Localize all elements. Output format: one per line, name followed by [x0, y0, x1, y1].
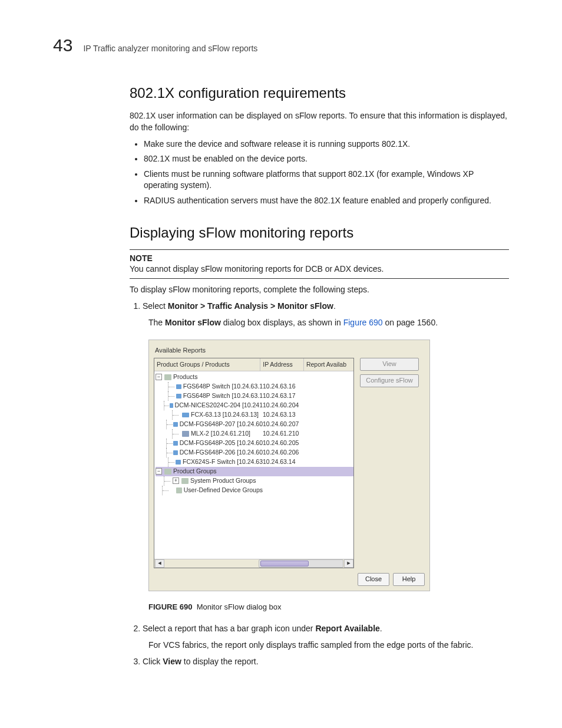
scroll-track[interactable] — [259, 559, 343, 568]
device-icon — [173, 440, 178, 446]
tree: −Products FGS648P Switch [10.24.63.110.2… — [154, 371, 353, 495]
product-ip: 10.24.63.14 — [263, 457, 306, 466]
device-icon — [176, 393, 181, 399]
tree-row-product[interactable]: FCX624S-F Switch [10.24.6310.24.63.14 — [156, 457, 353, 467]
product-name: FCX624S-F Switch [10.24.63 — [183, 457, 263, 466]
step1-body-prefix: The — [148, 318, 165, 327]
step3-button-name: View — [163, 657, 181, 666]
configure-sflow-button[interactable]: Configure sFlow — [360, 374, 419, 387]
product-ip: 10.24.60.204 — [263, 401, 306, 410]
product-ip: 10.24.60.207 — [263, 420, 306, 429]
product-name: DCM-NICES2024C-204 [10.241 — [175, 401, 263, 410]
device-icon — [173, 450, 178, 456]
group-name: User-Defined Device Groups — [184, 486, 263, 495]
step1-body-suffix: on page 1560. — [383, 318, 438, 327]
folder-icon — [164, 374, 171, 380]
figure-link[interactable]: Figure 690 — [343, 318, 383, 327]
device-icon — [170, 403, 173, 409]
tree-row-product[interactable]: DCM-FGS648P-207 [10.24.6010.24.60.207 — [156, 420, 353, 429]
product-name: FGS648P Switch [10.24.63.1 — [183, 382, 263, 391]
page-header: 43 IP Traffic analyzer monitoring and sF… — [53, 35, 509, 55]
product-name: MLX-2 [10.24.61.210] — [191, 429, 250, 438]
product-ip: 10.24.61.210 — [263, 429, 306, 438]
figure-title: Monitor sFlow dialog box — [197, 602, 282, 611]
list-item: 802.1X must be enabled on the device por… — [144, 153, 509, 165]
product-ip: 10.24.63.17 — [263, 391, 306, 400]
step1-body-mid: dialog box displays, as shown in — [221, 318, 343, 327]
tree-row-product[interactable]: MLX-2 [10.24.61.210]10.24.61.210 — [156, 429, 353, 439]
product-ip: 10.24.60.205 — [263, 439, 306, 447]
horizontal-scrollbar[interactable]: ◄ ► — [154, 559, 353, 568]
section1-intro: 802.1X user information can be displayed… — [130, 110, 509, 134]
tree-row-product[interactable]: DCM-FGS648P-205 [10.24.6010.24.60.205 — [156, 439, 353, 448]
step1-text-prefix: Select — [143, 301, 168, 311]
product-ip: 10.24.63.13 — [263, 410, 306, 419]
tree-node-product-groups[interactable]: −Product Groups — [156, 467, 353, 476]
step2-column-name: Report Available — [315, 624, 379, 633]
tree-label: Products — [173, 373, 197, 381]
tree-node-products[interactable]: −Products — [156, 373, 353, 382]
available-reports-label: Available Reports — [155, 346, 425, 355]
step-1: Select Monitor > Traffic Analysis > Moni… — [143, 300, 509, 612]
scroll-left-icon[interactable]: ◄ — [155, 559, 164, 568]
step2-prefix: Select a report that has a bar graph ico… — [143, 624, 315, 633]
list-item: RADIUS authentication servers must have … — [144, 195, 509, 207]
step2-body: For VCS fabrics, the report only display… — [148, 639, 509, 651]
step-3: Click View to display the report. — [143, 655, 509, 667]
scroll-thumb[interactable] — [260, 561, 309, 566]
help-button[interactable]: Help — [393, 573, 425, 586]
folder-icon — [181, 478, 189, 484]
folder-icon — [176, 487, 181, 493]
section-802-1x-heading: 802.1X configuration requirements — [130, 85, 509, 101]
product-name: DCM-FGS648P-205 [10.24.60 — [180, 439, 263, 447]
note-label: NOTE — [130, 249, 509, 263]
step-2: Select a report that has a bar graph ico… — [143, 622, 509, 651]
side-buttons: View Configure sFlow — [360, 358, 419, 568]
device-icon — [176, 459, 181, 465]
device-icon — [176, 384, 181, 390]
tree-row-product[interactable]: FCX-63.13 [10.24.63.13]10.24.63.13 — [156, 410, 353, 420]
figure-number: FIGURE 690 — [148, 602, 192, 611]
product-ip: 10.24.63.16 — [263, 382, 306, 391]
step1-body: The Monitor sFlow dialog box displays, a… — [148, 317, 509, 328]
page-header-title: IP Traffic analyzer monitoring and sFlow… — [83, 44, 257, 53]
group-name: System Product Groups — [190, 476, 256, 485]
tree-row-group[interactable]: +System Product Groups — [156, 476, 353, 486]
page-number: 43 — [53, 35, 72, 55]
dialog-screenshot: Available Reports Product Groups / Produ… — [148, 340, 509, 591]
column-products[interactable]: Product Groups / Products — [154, 358, 260, 371]
step2-suffix: . — [380, 624, 382, 633]
tree-row-product[interactable]: DCM-NICES2024C-204 [10.24110.24.60.204 — [156, 401, 353, 410]
product-name: DCM-FGS648P-206 [10.24.60 — [180, 448, 263, 457]
monitor-sflow-dialog: Available Reports Product Groups / Produ… — [148, 340, 430, 591]
dialog-footer: Close Help — [154, 573, 425, 586]
folder-icon — [164, 469, 171, 475]
collapse-icon[interactable]: − — [156, 374, 162, 380]
step1-menu-path: Monitor > Traffic Analysis > Monitor sFl… — [168, 301, 333, 311]
scroll-right-icon[interactable]: ► — [344, 559, 353, 568]
section-displaying-heading: Displaying sFlow monitoring reports — [130, 225, 509, 241]
reports-tree-grid[interactable]: Product Groups / Products IP Address Rep… — [154, 358, 354, 568]
close-button[interactable]: Close — [358, 573, 389, 586]
collapse-icon[interactable]: − — [156, 468, 162, 475]
section2-intro: To display sFlow monitoring reports, com… — [130, 284, 509, 295]
step1-dialog-name: Monitor sFlow — [165, 318, 221, 327]
steps-list: Select Monitor > Traffic Analysis > Moni… — [130, 300, 509, 667]
list-item: Clients must be running software platfor… — [144, 169, 509, 192]
list-item: Make sure the device and software releas… — [144, 139, 509, 150]
requirements-list: Make sure the device and software releas… — [130, 139, 509, 207]
tree-row-product[interactable]: DCM-FGS648P-206 [10.24.6010.24.60.206 — [156, 448, 353, 457]
tree-row-group[interactable]: User-Defined Device Groups — [156, 486, 353, 495]
expand-icon[interactable]: + — [173, 477, 179, 484]
product-name: FCX-63.13 [10.24.63.13] — [191, 410, 259, 419]
product-name: DCM-FGS648P-207 [10.24.60 — [180, 420, 263, 429]
device-icon — [173, 421, 178, 427]
tree-row-product[interactable]: FGS648P Switch [10.24.63.110.24.63.17 — [156, 391, 353, 401]
view-button[interactable]: View — [360, 358, 419, 371]
column-ip[interactable]: IP Address — [260, 358, 304, 371]
tree-row-product[interactable]: FGS648P Switch [10.24.63.110.24.63.16 — [156, 382, 353, 391]
device-icon — [182, 412, 189, 418]
tree-label: Product Groups — [173, 467, 217, 476]
column-report-available[interactable]: Report Availab — [304, 358, 353, 371]
step3-suffix: to display the report. — [181, 657, 259, 666]
